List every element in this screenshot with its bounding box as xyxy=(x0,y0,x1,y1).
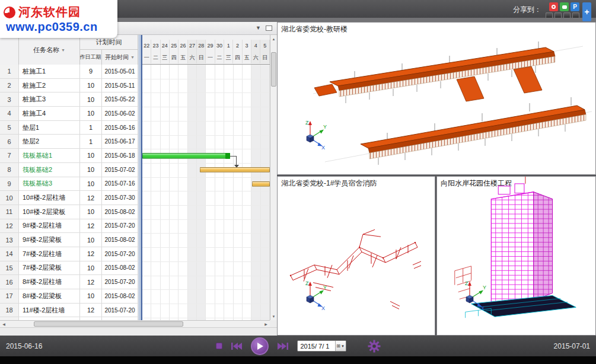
weibo-share-icon[interactable] xyxy=(549,2,558,11)
viewport-dormitory-fire[interactable]: 湖北省委党校-1#学员宿舍消防 xyxy=(277,176,435,336)
gantt-column xyxy=(261,65,270,320)
gantt-row-line xyxy=(142,304,270,304)
timeline-weekday: 六 xyxy=(251,52,260,63)
table-row[interactable]: 7筏板基础1102015-06-18 xyxy=(0,149,138,163)
scroll-down-icon[interactable]: ▼ xyxy=(270,312,277,320)
chevron-down-icon: ▼ xyxy=(341,344,345,348)
horizontal-scroll-track[interactable] xyxy=(8,321,262,327)
download-icon[interactable] xyxy=(572,12,579,18)
pengyou-share-icon[interactable]: P xyxy=(570,2,579,11)
start-date-header[interactable]: 开始时间 ▼ xyxy=(102,50,138,65)
table-row[interactable]: 8筏板基础2102015-07-02 xyxy=(0,163,138,177)
horizontal-scrollbar[interactable]: ◀ ▶ xyxy=(0,320,270,327)
task-name-cell: 9#楼-2层柱墙 xyxy=(19,219,80,233)
table-row[interactable]: 178#楼-2层梁板102015-08-02 xyxy=(0,289,138,304)
table-row[interactable]: 139#楼-2层梁板102015-08-02 xyxy=(0,233,138,247)
gantt-column xyxy=(179,65,187,320)
bar-end-cap xyxy=(225,153,230,159)
task-name-cell: 10#楼-2层梁板 xyxy=(19,205,80,219)
task-duration-cell: 12 xyxy=(80,304,102,317)
calendar-dropdown-icon[interactable]: ⊞ ▼ xyxy=(335,341,346,351)
chevron-down-icon[interactable]: ▼ xyxy=(256,25,261,31)
table-row[interactable]: 1010#楼-2层柱墙122015-07-30 xyxy=(0,191,138,205)
settings-gear-icon[interactable] xyxy=(368,340,381,353)
table-row[interactable]: 168#楼-2层柱墙122015-07-20 xyxy=(0,275,138,289)
svg-text:X: X xyxy=(321,145,325,151)
play-button[interactable] xyxy=(251,337,269,355)
scroll-left-icon[interactable]: ◀ xyxy=(0,321,8,328)
gantt-column xyxy=(197,65,206,320)
application-window: 自助查驾驶 分享到： P + 河东软件 xyxy=(0,0,596,364)
watermark-logo-icon xyxy=(4,7,15,18)
scroll-right-icon[interactable]: ▶ xyxy=(262,321,270,328)
vertical-scroll-track[interactable] xyxy=(270,43,277,312)
watermark-url: www.pc0359.cn xyxy=(6,20,114,34)
gantt-column xyxy=(188,65,197,320)
timeline-weekday: 二 xyxy=(215,52,224,63)
table-row[interactable]: 5垫层112015-06-16 xyxy=(0,121,138,135)
gantt-bar-planned[interactable] xyxy=(200,167,270,173)
table-row[interactable]: 3桩施工3102015-05-22 xyxy=(0,92,138,107)
timeline-days-row: 22232425262728293012345 xyxy=(142,40,270,52)
table-row[interactable]: 1110#楼-2层梁板102015-08-02 xyxy=(0,205,138,219)
gantt-column xyxy=(151,65,160,320)
task-name-header[interactable]: 任务名称 ▼ xyxy=(19,35,80,65)
gantt-body[interactable] xyxy=(142,65,270,320)
table-row[interactable]: 129#楼-2层柱墙122015-07-20 xyxy=(0,219,138,234)
gantt-column xyxy=(234,65,243,320)
gantt-column xyxy=(215,65,224,320)
vertical-scroll-thumb[interactable] xyxy=(271,52,276,87)
table-row[interactable]: 1桩施工192015-05-01 xyxy=(0,65,138,79)
viewport-residential-tower[interactable]: 向阳水岸花园住楼工程 xyxy=(436,176,596,336)
timeline-day: 2 xyxy=(233,40,242,52)
row-number: 17 xyxy=(0,289,19,303)
table-row[interactable]: 4桩施工4102015-06-02 xyxy=(0,107,138,121)
filter-caret-icon[interactable]: ▼ xyxy=(61,48,65,52)
panel-float-icon[interactable] xyxy=(266,25,272,31)
row-number: 14 xyxy=(0,247,19,261)
record-icon[interactable] xyxy=(554,12,562,18)
wechat-share-icon[interactable] xyxy=(560,2,569,11)
row-number: 8 xyxy=(0,163,19,177)
gantt-bar-planned[interactable] xyxy=(252,181,270,187)
scroll-up-icon[interactable]: ▲ xyxy=(270,35,277,43)
duration-header[interactable]: 工作日工期 ▼ xyxy=(80,50,102,65)
timeline-weekday: 六 xyxy=(188,52,197,63)
task-start-date-cell: 2015-06-02 xyxy=(102,107,138,120)
table-row[interactable]: 2桩施工2102015-05-11 xyxy=(0,79,138,93)
vertical-scrollbar[interactable]: ▲ ▼ xyxy=(270,35,277,320)
table-row[interactable]: 6垫层212015-06-17 xyxy=(0,135,138,149)
task-duration-cell: 9 xyxy=(80,65,102,78)
skip-forward-button[interactable] xyxy=(277,342,289,350)
share-more-icon[interactable]: + xyxy=(582,2,591,21)
task-duration-cell: 10 xyxy=(80,205,102,219)
row-number: 15 xyxy=(0,261,19,275)
filter-caret-icon[interactable]: ▼ xyxy=(130,55,135,59)
gantt-row-line xyxy=(142,79,270,79)
viewport-teaching-building[interactable]: 湖北省委党校-教研楼 xyxy=(277,22,596,175)
table-row[interactable]: 147#楼-2层柱墙122015-07-20 xyxy=(0,247,138,261)
timeline-day: 28 xyxy=(197,40,206,52)
task-table-header: 任务名称 ▼ 计划时间 工作日工期 ▼ 开始时间 ▼ 2223242526272… xyxy=(0,35,270,65)
row-number: 16 xyxy=(0,275,19,289)
timeline-day: 3 xyxy=(243,40,251,52)
date-picker[interactable]: 2015/ 7/ 1 ⊞ ▼ xyxy=(297,340,346,352)
gantt-column xyxy=(206,65,215,320)
table-row[interactable]: 9筏板基础3102015-07-16 xyxy=(0,177,138,191)
horizontal-scroll-thumb[interactable] xyxy=(34,321,183,327)
timeline-day: 22 xyxy=(142,40,151,52)
stop-button[interactable] xyxy=(216,343,222,349)
timeline-weekday: 三 xyxy=(224,52,233,63)
table-row[interactable]: 157#楼-2层梁板102015-08-02 xyxy=(0,261,138,276)
task-name-cell: 7#楼-2层梁板 xyxy=(19,261,80,275)
panel-footer-strip xyxy=(0,327,277,336)
task-duration-cell: 1 xyxy=(80,121,102,135)
table-row[interactable]: 1811#楼-2层柱墙122015-07-20 xyxy=(0,304,138,318)
gantt-bar-actual[interactable] xyxy=(142,153,230,159)
row-number: 6 xyxy=(0,135,19,148)
skip-back-button[interactable] xyxy=(231,342,243,350)
panel-splitter[interactable] xyxy=(138,35,142,320)
task-name-cell: 桩施工2 xyxy=(19,79,80,92)
image-icon[interactable] xyxy=(563,12,570,18)
screenshot-icon[interactable] xyxy=(546,12,553,18)
